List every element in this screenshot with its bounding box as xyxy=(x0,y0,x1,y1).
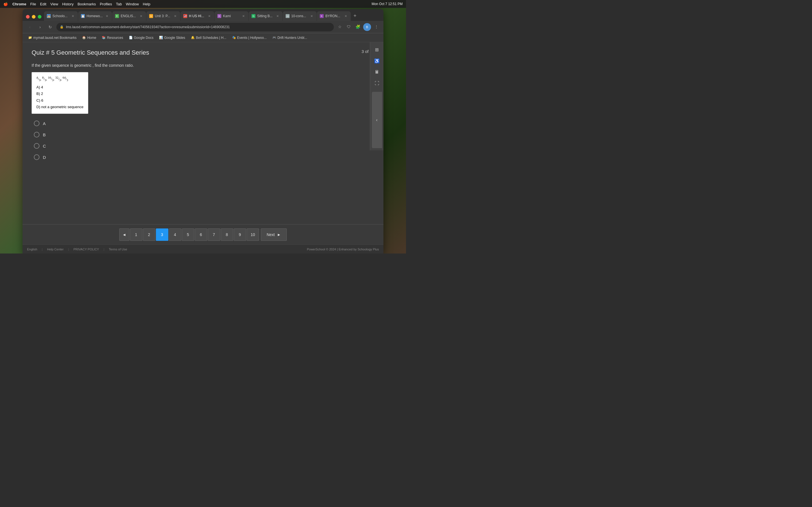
maximize-button[interactable] xyxy=(38,15,42,18)
bookmark-mymail[interactable]: 📁 mymail.lausd.net Bookmarks xyxy=(26,35,79,40)
tab-close-hushistory[interactable]: ✕ xyxy=(207,14,211,18)
sidebar-accessibility-icon[interactable]: ♿ xyxy=(372,56,382,66)
menubar-view[interactable]: View xyxy=(50,2,58,6)
menubar-window[interactable]: Window xyxy=(126,2,139,6)
tab-sitting[interactable]: G Sitting B... ✕ xyxy=(249,11,283,21)
footer-terms[interactable]: Terms of Use xyxy=(109,247,127,251)
next-arrow-icon: ► xyxy=(277,232,281,237)
profile-avatar[interactable]: B xyxy=(363,23,371,31)
bookmark-drift-hunters[interactable]: 🎮 Drift Hunters Unbl... xyxy=(270,35,309,40)
bottom-navigation: ◄ 1 2 3 4 5 6 7 8 9 10 Next ► xyxy=(22,224,384,244)
menubar-profiles[interactable]: Profiles xyxy=(100,2,112,6)
tab-english[interactable]: E ENGLIS... ✕ xyxy=(112,11,146,21)
close-button[interactable] xyxy=(26,15,30,18)
radio-a[interactable] xyxy=(34,121,40,126)
bookmark-home[interactable]: 🏠 Home xyxy=(80,35,98,40)
tab-title-homework: Homewo... xyxy=(87,14,103,18)
menubar-app[interactable]: Chrome xyxy=(12,2,26,6)
tab-favicon-unit3: U xyxy=(149,14,153,18)
sidebar-collapse-button[interactable]: ‹ xyxy=(372,92,382,148)
docs-icon: 📄 xyxy=(129,36,133,40)
label-d: D xyxy=(43,155,46,160)
menubar-help[interactable]: Help xyxy=(143,2,151,6)
page-btn-5[interactable]: 5 xyxy=(182,228,194,241)
shield-icon[interactable]: 🛡 xyxy=(345,23,352,31)
tab-favicon-hushistory: 🇺🇸 xyxy=(183,14,187,18)
choice-d[interactable]: D xyxy=(34,154,374,160)
label-a: A xyxy=(43,121,46,126)
tab-schoology[interactable]: 🏫 Schoolo... ✕ xyxy=(44,11,78,21)
choice-c[interactable]: C xyxy=(34,143,374,149)
bookmark-google-docs[interactable]: 📄 Google Docs xyxy=(126,35,156,40)
forward-button[interactable]: › xyxy=(36,23,44,31)
page-btn-6[interactable]: 6 xyxy=(195,228,207,241)
choice-b[interactable]: B xyxy=(34,132,374,137)
extensions-icon[interactable]: 🧩 xyxy=(354,23,361,31)
prev-arrow-button[interactable]: ◄ xyxy=(119,228,130,241)
radio-d[interactable] xyxy=(34,154,40,160)
url-text: lms.lausd.net/common-assessment-delivery… xyxy=(66,25,331,29)
image-option-b: B) 2 xyxy=(36,91,84,97)
footer-help[interactable]: Help Center xyxy=(47,247,64,251)
tab-active[interactable]: 🇺🇸 H US HI... ✕ xyxy=(181,11,214,21)
sidebar-calculator-icon[interactable]: 🖩 xyxy=(372,67,382,77)
footer-privacy[interactable]: PRIVACY POLICY xyxy=(73,247,99,251)
page-btn-7[interactable]: 7 xyxy=(208,228,220,241)
sidebar-quiz-icon[interactable]: ⊞ xyxy=(372,45,382,55)
tab-title-hushistory: H US HI... xyxy=(189,14,205,18)
browser-menu[interactable]: ⋮ xyxy=(373,23,380,31)
menubar-tab[interactable]: Tab xyxy=(116,2,122,6)
next-button[interactable]: Next ► xyxy=(261,228,287,241)
menubar-bookmarks[interactable]: Bookmarks xyxy=(78,2,96,6)
bookmark-google-slides[interactable]: 📊 Google Slides xyxy=(157,35,188,40)
radio-b[interactable] xyxy=(34,132,40,137)
quiz-container: Quiz # 5 Geometric Sequences and Series … xyxy=(22,42,384,224)
bookmark-bell-schedules[interactable]: 🔔 Bell Schedules | H... xyxy=(189,35,229,40)
bookmark-events[interactable]: 🎭 Events | Hollywoo... xyxy=(230,35,269,40)
tab-close-10cons[interactable]: ✕ xyxy=(309,14,314,18)
radio-c[interactable] xyxy=(34,143,40,149)
apple-icon[interactable]: 🍎 xyxy=(3,2,8,6)
tab-title-sitting: Sitting B... xyxy=(257,14,273,18)
resources-icon: 📚 xyxy=(102,36,106,40)
tab-title-10cons: 10-cons... xyxy=(291,14,308,18)
tab-kami[interactable]: K Kami ✕ xyxy=(214,11,248,21)
tab-close-unit3[interactable]: ✕ xyxy=(173,14,177,18)
bookmark-star[interactable]: ☆ xyxy=(336,23,343,31)
page-btn-4[interactable]: 4 xyxy=(169,228,181,241)
reload-button[interactable]: ↻ xyxy=(46,23,54,31)
url-bar[interactable]: 🔒 lms.lausd.net/common-assessment-delive… xyxy=(56,23,334,31)
menubar-edit[interactable]: Edit xyxy=(40,2,46,6)
new-tab-button[interactable]: + xyxy=(351,12,359,20)
tab-close-homework[interactable]: ✕ xyxy=(105,14,109,18)
page-btn-9[interactable]: 9 xyxy=(234,228,246,241)
tab-title-schoology: Schoolo... xyxy=(52,14,69,18)
tab-close-english[interactable]: ✕ xyxy=(139,14,143,18)
menubar-history[interactable]: History xyxy=(62,2,73,6)
tab-close-byron[interactable]: ✕ xyxy=(343,14,348,18)
tab-close-schoology[interactable]: ✕ xyxy=(70,14,75,18)
page-btn-2[interactable]: 2 xyxy=(143,228,155,241)
minimize-button[interactable] xyxy=(32,15,36,18)
tab-10cons[interactable]: 10 10-cons... ✕ xyxy=(283,11,317,21)
tab-title-byron: BYRON... xyxy=(325,14,342,18)
bookmark-resources[interactable]: 📚 Resources xyxy=(100,35,125,40)
tab-byron[interactable]: K BYRON... ✕ xyxy=(317,11,351,21)
sidebar-expand-icon[interactable]: ⛶ xyxy=(372,78,382,89)
tab-close-sitting[interactable]: ✕ xyxy=(275,14,280,18)
page-btn-10[interactable]: 10 xyxy=(247,228,259,241)
image-options: A) 4 B) 2 C) 6 D) not a geometric sequen… xyxy=(36,84,84,110)
next-label: Next xyxy=(267,232,275,237)
choice-a[interactable]: A xyxy=(34,121,374,126)
page-btn-3[interactable]: 3 xyxy=(156,228,168,241)
back-button[interactable]: ‹ xyxy=(26,23,34,31)
image-option-d: D) not a geometric sequence xyxy=(36,104,84,110)
menubar-file[interactable]: File xyxy=(30,2,36,6)
tab-close-kami[interactable]: ✕ xyxy=(241,14,246,18)
page-btn-8[interactable]: 8 xyxy=(221,228,233,241)
page-btn-1[interactable]: 1 xyxy=(130,228,142,241)
tab-favicon-homework: 📋 xyxy=(81,14,85,18)
menubar-time: Mon Oct 7 12:51 PM xyxy=(371,2,403,6)
tab-unit3[interactable]: U Unit 3: P... ✕ xyxy=(146,11,180,21)
tab-homework[interactable]: 📋 Homewo... ✕ xyxy=(78,11,112,21)
